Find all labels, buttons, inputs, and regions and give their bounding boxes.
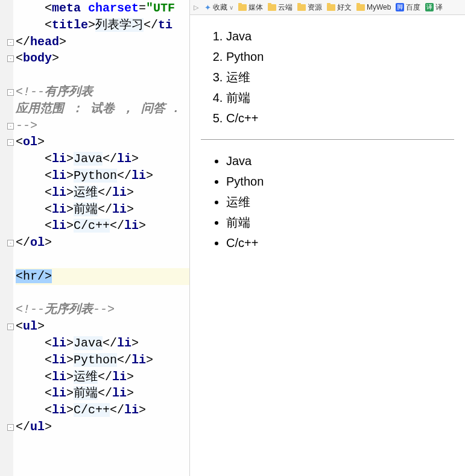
bookmark-label: 媒体 — [248, 2, 263, 13]
editor-gutter: -------- — [0, 0, 13, 476]
bookmark-item[interactable]: 好文 — [327, 2, 352, 13]
folder-icon — [268, 4, 276, 11]
bookmark-item[interactable]: MyWeb — [356, 3, 391, 11]
bookmark-item[interactable]: ✦收藏 ∨ — [204, 2, 233, 13]
fold-toggle[interactable]: - — [7, 424, 14, 431]
bookmarks-bar[interactable]: ▷ ✦收藏 ∨媒体云端资源好文MyWeb脚百度译译 — [190, 0, 465, 15]
fold-toggle[interactable]: - — [7, 39, 14, 46]
folder-icon — [327, 4, 335, 11]
folder-icon — [238, 4, 247, 11]
folder-icon — [356, 4, 365, 11]
list-item: C/c++ — [226, 233, 454, 253]
fold-toggle[interactable]: - — [7, 240, 14, 246]
list-item: Python — [226, 46, 454, 67]
baidu-icon: 脚 — [396, 3, 404, 11]
bookmark-item[interactable]: 译译 — [425, 2, 443, 13]
bookmark-label: 云端 — [278, 2, 293, 13]
ordered-list: JavaPython运维前端C/c++ — [201, 26, 454, 128]
preview-content: JavaPython运维前端C/c++ JavaPython运维前端C/c++ — [190, 15, 465, 476]
list-item: Java — [226, 26, 454, 46]
unordered-list: JavaPython运维前端C/c++ — [201, 151, 454, 253]
list-item: 运维 — [226, 192, 454, 212]
bookmark-item[interactable]: 云端 — [268, 2, 293, 13]
bookmark-item[interactable]: 资源 — [297, 2, 322, 13]
code-editor-pane[interactable]: -------- <meta charset="UTF <title>列表学习<… — [0, 0, 190, 476]
list-item: Python — [226, 171, 454, 192]
code-content[interactable]: <meta charset="UTF <title>列表学习</ti</head… — [16, 0, 190, 453]
fold-toggle[interactable]: - — [7, 324, 14, 330]
bookmark-label: 译 — [435, 2, 443, 13]
browser-pane: ▷ ✦收藏 ∨媒体云端资源好文MyWeb脚百度译译 JavaPython运维前端… — [190, 0, 465, 476]
nav-arrow-icon[interactable]: ▷ — [194, 4, 198, 11]
bookmark-item[interactable]: 媒体 — [238, 2, 263, 13]
folder-icon — [297, 4, 306, 11]
fold-toggle[interactable]: - — [7, 139, 14, 146]
list-item: 前端 — [226, 212, 454, 233]
list-item: C/c++ — [226, 108, 454, 128]
bookmark-label: 资源 — [308, 2, 322, 13]
list-item: 前端 — [226, 87, 454, 108]
list-item: 运维 — [226, 67, 454, 87]
horizontal-rule — [201, 139, 454, 140]
fold-toggle[interactable]: - — [7, 55, 14, 62]
bookmark-label: 好文 — [337, 2, 352, 13]
translate-icon: 译 — [425, 3, 434, 11]
bookmark-item[interactable]: 脚百度 — [396, 2, 420, 13]
fold-toggle[interactable]: - — [7, 123, 14, 130]
list-item: Java — [226, 151, 454, 171]
star-icon: ✦ — [204, 3, 211, 12]
fold-toggle[interactable]: - — [7, 89, 14, 96]
bookmark-label: 收藏 — [213, 2, 227, 13]
bookmark-label: MyWeb — [367, 3, 391, 11]
bookmark-label: 百度 — [406, 2, 420, 13]
